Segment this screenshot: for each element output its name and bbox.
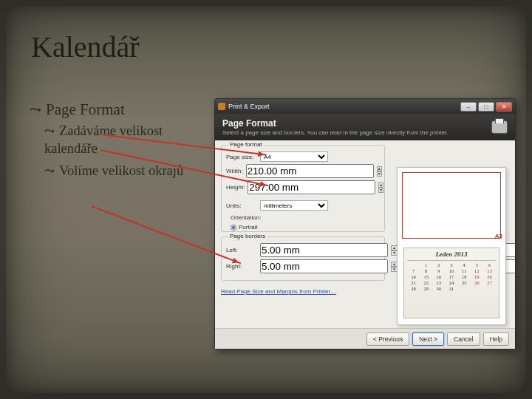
dialog-header-title: Page Format	[222, 118, 449, 129]
app-icon	[218, 103, 225, 110]
minimize-button[interactable]: –	[460, 102, 477, 112]
dialog-header: Page Format Select a page size and borde…	[215, 114, 515, 140]
width-label: Width:	[226, 168, 243, 174]
dialog-header-subtitle: Select a page size and borders. You can …	[222, 129, 449, 136]
printer-icon	[491, 120, 508, 134]
slide: Kalendář Page Format Zadáváme velikost k…	[0, 0, 532, 399]
units-label: Units:	[226, 202, 257, 209]
dialog-body: Page format Page size: A4 Width: ▲▼	[215, 140, 515, 328]
left-input[interactable]	[260, 243, 388, 257]
group-legend: Page borders	[228, 233, 267, 239]
slide-title: Kalendář	[31, 30, 140, 64]
calendar-preview: Leden 2013 12345678910111213141516171819…	[403, 248, 499, 318]
window-title-text: Print & Export	[228, 103, 270, 110]
page-size-label: Page size:	[226, 154, 257, 160]
width-spinner[interactable]: ▲▼	[377, 166, 382, 176]
window-titlebar[interactable]: Print & Export – □ ✕	[215, 99, 515, 114]
page-borders-group: Page borders Left: ▲▼ Right: ▲▼ Top:	[221, 236, 385, 281]
page-format-group: Page format Page size: A4 Width: ▲▼	[221, 145, 385, 232]
maximize-button[interactable]: □	[478, 102, 494, 112]
calendar-month: Leden 2013	[435, 250, 467, 258]
bullet-level1: Page Format	[30, 100, 192, 119]
print-export-dialog: Print & Export – □ ✕ Page Format Select …	[214, 98, 516, 349]
calendar-grid: 1234567891011121314151617181920212223242…	[407, 262, 496, 291]
left-label: Left:	[226, 247, 257, 253]
preview-frame	[402, 172, 501, 239]
page-size-select[interactable]: A4	[260, 151, 328, 162]
close-button[interactable]: ✕	[496, 102, 512, 112]
right-label: Right:	[226, 263, 257, 270]
preview-size-badge: A3	[495, 233, 502, 239]
group-legend: Page format	[228, 141, 265, 148]
width-input[interactable]	[246, 164, 374, 178]
read-from-printer-link[interactable]: Read Page Size and Margins from Printer…	[221, 288, 336, 295]
portrait-radio[interactable]: Portrait	[231, 224, 267, 231]
orientation-label: Orientation:	[231, 214, 267, 221]
help-button[interactable]: Help	[483, 332, 509, 346]
cancel-button[interactable]: Cancel	[447, 332, 480, 346]
previous-button[interactable]: < Previous	[366, 332, 409, 346]
height-spinner[interactable]: ▲▼	[378, 183, 383, 192]
next-button[interactable]: Next >	[412, 332, 444, 346]
right-input[interactable]	[260, 259, 388, 273]
units-select[interactable]: millimeters	[260, 200, 328, 211]
height-label: Height:	[226, 184, 245, 191]
dialog-footer: < Previous Next > Cancel Help	[215, 328, 515, 349]
page-preview: A3 Leden 2013 12345678910111213141516171…	[397, 167, 506, 325]
bullet-level2: Zadáváme velikost kalendáře	[44, 122, 192, 157]
